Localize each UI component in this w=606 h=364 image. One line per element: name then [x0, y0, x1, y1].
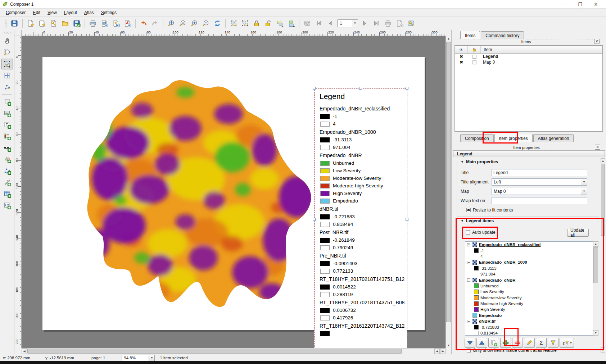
title-input[interactable] — [492, 169, 587, 176]
tab-item-properties[interactable]: Item properties — [494, 134, 533, 142]
select-move-item-icon[interactable] — [1, 59, 13, 69]
collapse-arrow-icon[interactable]: ▼ — [461, 160, 464, 164]
atlas-page-combo[interactable]: 1▼ — [337, 19, 358, 27]
align-items-icon[interactable] — [286, 18, 297, 29]
tree-expander-icon[interactable] — [467, 261, 470, 264]
tree-item[interactable]: 4 — [465, 254, 593, 259]
edit-item-button[interactable] — [524, 338, 535, 348]
close-icon[interactable]: ✕ — [588, 0, 604, 9]
tree-expander-icon[interactable] — [467, 320, 470, 323]
chevron-down-icon[interactable]: ▼ — [581, 179, 587, 185]
export-pdf-icon[interactable] — [122, 18, 133, 29]
zoom-out-icon[interactable] — [200, 18, 211, 29]
close-icon[interactable]: ✕ — [595, 145, 600, 150]
edit-nodes-item-icon[interactable] — [1, 82, 13, 92]
atlas-first-icon[interactable] — [313, 18, 324, 29]
atlas-next-icon[interactable] — [359, 18, 370, 29]
add-nodes-shape-icon[interactable] — [1, 165, 13, 176]
export-image-icon[interactable] — [99, 18, 110, 29]
zoom-icon[interactable] — [1, 47, 13, 58]
tab-atlas-generation[interactable]: Atlas generation — [533, 134, 574, 142]
unlock-items-icon[interactable] — [263, 18, 273, 29]
selection-handle[interactable] — [359, 87, 362, 90]
chevron-down-icon[interactable]: ▼ — [581, 188, 587, 195]
add-image-icon[interactable] — [1, 108, 13, 119]
duplicate-composition-icon[interactable] — [37, 18, 48, 29]
sum-button[interactable]: Σ — [536, 338, 547, 348]
selection-handle[interactable] — [406, 87, 408, 90]
add-label-icon[interactable] — [1, 119, 13, 130]
tree-item[interactable]: -0.721883 — [465, 324, 593, 330]
add-map-icon[interactable] — [1, 96, 13, 107]
print-atlas-icon[interactable] — [383, 18, 393, 29]
menu-view[interactable]: View — [44, 9, 60, 16]
atlas-prev-icon[interactable] — [325, 18, 336, 29]
wrap-text-input[interactable] — [492, 197, 587, 204]
tree-item[interactable]: -31.3113 — [465, 265, 593, 271]
auto-update-checkbox[interactable] — [466, 230, 470, 235]
tree-expander-icon[interactable] — [467, 278, 470, 282]
tree-scrollbar[interactable]: ▲ ▼ — [593, 241, 599, 336]
menu-edit[interactable]: Edit — [29, 9, 44, 16]
chevron-down-icon[interactable]: ▼ — [149, 355, 154, 361]
title-alignment-select[interactable]: Left ▼ — [492, 178, 587, 186]
atlas-preview-icon[interactable] — [302, 18, 313, 29]
map-item[interactable] — [77, 71, 315, 310]
selection-handle[interactable] — [313, 218, 316, 221]
filter-button[interactable] — [548, 338, 558, 348]
tree-item[interactable]: High Severity — [465, 306, 593, 312]
chevron-down-icon[interactable]: ▼ — [352, 20, 358, 27]
pan-icon[interactable] — [1, 36, 13, 46]
add-arrow-icon[interactable] — [1, 177, 13, 188]
legend-items-tree[interactable]: Empedrado_dNBR_reclassified-14Empedrado_… — [465, 241, 593, 336]
zoom-level-select[interactable]: 94.8% ▼ — [122, 355, 155, 361]
duplicate-item-button[interactable] — [488, 338, 499, 348]
tree-item[interactable]: Moderate-high Severity — [465, 301, 593, 306]
refresh-icon[interactable] — [212, 18, 223, 29]
atlas-last-icon[interactable] — [371, 18, 382, 29]
move-content-icon[interactable] — [1, 70, 13, 81]
map-select[interactable]: Map 0 ▼ — [492, 188, 587, 195]
selection-handle[interactable] — [313, 87, 316, 90]
zoom-1-1-icon[interactable]: 1:1 — [177, 18, 188, 29]
collapse-arrow-icon[interactable]: ▼ — [461, 219, 464, 223]
add-item-button[interactable] — [500, 338, 511, 348]
canvas-vertical-scrollbar[interactable]: ▲ ▼ — [446, 36, 451, 348]
redo-icon[interactable] — [150, 18, 160, 29]
menu-composer[interactable]: Composer — [2, 9, 29, 16]
tab-composition[interactable]: Composition — [460, 134, 494, 142]
tree-item[interactable]: Empedrado — [465, 313, 593, 318]
tree-item[interactable]: -1 — [465, 247, 593, 253]
zoom-full-icon[interactable] — [166, 18, 177, 29]
add-shape-icon[interactable] — [1, 154, 13, 165]
atlas-settings-icon[interactable] — [406, 18, 416, 29]
save-as-icon[interactable] — [71, 18, 82, 29]
resize-checkbox[interactable]: ✖ — [466, 208, 471, 212]
tab-items[interactable]: Items — [460, 31, 480, 39]
close-icon[interactable]: ✕ — [594, 39, 600, 44]
table-row[interactable]: ✖Map 0 — [455, 59, 602, 65]
composition-canvas[interactable]: Legend Empedrado_dNBR_reclassified-14Emp… — [22, 36, 446, 348]
tree-item[interactable]: Low Severity — [465, 289, 593, 295]
composition-manager-icon[interactable] — [48, 18, 59, 29]
add-attribute-table-icon[interactable] — [1, 188, 13, 199]
tree-item[interactable]: Moderate-low Severity — [465, 295, 593, 301]
minimize-icon[interactable]: – — [556, 0, 572, 9]
undo-icon[interactable] — [138, 18, 149, 29]
export-atlas-icon[interactable] — [394, 18, 405, 29]
zoom-in-icon[interactable] — [189, 18, 200, 29]
expression-filter-button[interactable]: ε▼ — [560, 338, 574, 348]
selection-handle[interactable] — [406, 218, 408, 221]
tab-command-history[interactable]: Command history — [481, 31, 524, 39]
lock-checkbox[interactable] — [472, 55, 476, 59]
tree-item[interactable]: 0.818494 — [465, 330, 593, 336]
tree-item[interactable]: Empedrado_dNBR_reclassified — [465, 242, 593, 247]
add-html-icon[interactable] — [1, 200, 13, 211]
menu-layout[interactable]: Layout — [60, 9, 81, 16]
add-scalebar-icon[interactable] — [1, 142, 13, 153]
canvas-horizontal-scrollbar[interactable]: ◀ ◀ ▶ — [22, 348, 446, 354]
open-icon[interactable] — [60, 18, 71, 29]
menu-atlas[interactable]: Atlas — [81, 9, 98, 16]
tree-item[interactable]: 971.004 — [465, 271, 593, 277]
update-all-button[interactable]: Update all — [567, 229, 589, 237]
